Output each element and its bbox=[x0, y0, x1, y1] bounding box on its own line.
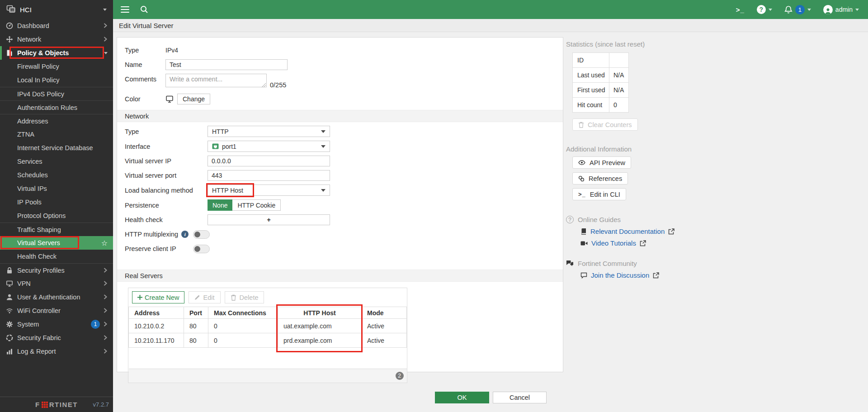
relevant-documentation-link[interactable]: Relevant Documentation bbox=[580, 227, 715, 235]
sidebar-item-local-in-policy[interactable]: Local In Policy bbox=[0, 73, 113, 87]
favorite-star-icon[interactable]: ☆ bbox=[101, 239, 108, 247]
trash-icon bbox=[231, 294, 236, 301]
persistence-http-cookie-option[interactable]: HTTP Cookie bbox=[232, 199, 281, 211]
create-new-button[interactable]: Create New bbox=[132, 291, 184, 303]
persistence-segmented-control: None HTTP Cookie bbox=[208, 199, 281, 211]
comments-input[interactable] bbox=[165, 74, 267, 87]
network-icon bbox=[5, 36, 13, 43]
help-icon: ? bbox=[757, 5, 766, 14]
sidebar-item-ipv4-dos-policy[interactable]: IPv4 DoS Policy bbox=[0, 87, 113, 100]
real-servers-section-header: Real Servers bbox=[117, 270, 563, 282]
vdom-selector[interactable]: HCI bbox=[0, 0, 113, 19]
sidebar-item-health-check[interactable]: Health Check bbox=[0, 250, 113, 263]
chevron-right-icon bbox=[104, 307, 108, 314]
sidebar-item-wifi-controller[interactable]: WiFi Controller bbox=[0, 304, 113, 317]
video-tutorials-link[interactable]: Video Tutorials bbox=[580, 239, 715, 247]
sidebar-item-services[interactable]: Services bbox=[0, 155, 113, 168]
sidebar-item-authentication-rules[interactable]: Authentication Rules bbox=[0, 100, 113, 114]
notifications-menu[interactable]: 1 bbox=[784, 5, 811, 14]
table-row[interactable]: 10.210.0.2 80 0 uat.example.com Active bbox=[129, 319, 407, 333]
load-balancing-method-select[interactable]: HTTP Host bbox=[208, 185, 330, 196]
name-input[interactable] bbox=[165, 59, 288, 70]
http-multiplexing-label: HTTP multiplexing bbox=[125, 231, 178, 238]
resize-grip-icon[interactable] bbox=[262, 83, 266, 87]
external-link-icon bbox=[668, 228, 675, 235]
table-row[interactable]: 10.210.11.170 80 0 prd.example.com Activ… bbox=[129, 333, 407, 348]
sidebar-item-traffic-shaping[interactable]: Traffic Shaping bbox=[0, 223, 113, 236]
sidebar-item-virtual-servers[interactable]: Virtual Servers ☆ bbox=[0, 236, 113, 250]
interface-select[interactable]: port1 bbox=[208, 141, 330, 152]
persistence-none-option[interactable]: None bbox=[208, 199, 232, 211]
help-menu[interactable]: ? bbox=[757, 5, 772, 14]
menu-toggle-button[interactable] bbox=[121, 6, 129, 13]
sidebar-item-network[interactable]: Network bbox=[0, 33, 113, 46]
sidebar-nav: Dashboard Network Policy & Objects Firew… bbox=[0, 19, 113, 358]
http-multiplexing-toggle[interactable] bbox=[193, 230, 210, 239]
column-header-http-host[interactable]: HTTP Host bbox=[278, 307, 362, 319]
net-type-label: Type bbox=[125, 128, 208, 135]
stats-row: ID bbox=[573, 53, 629, 68]
edit-in-cli-button[interactable]: >_ Edit in CLI bbox=[572, 188, 626, 200]
chevron-right-icon bbox=[104, 22, 108, 29]
cli-console-button[interactable]: >_ bbox=[736, 6, 745, 14]
plus-icon: + bbox=[267, 216, 270, 223]
sidebar-item-security-fabric[interactable]: Security Fabric bbox=[0, 331, 113, 345]
sidebar-item-protocol-options[interactable]: Protocol Options bbox=[0, 209, 113, 223]
sidebar-item-ip-pools[interactable]: IP Pools bbox=[0, 195, 113, 209]
sidebar-item-schedules[interactable]: Schedules bbox=[0, 168, 113, 182]
ok-button[interactable]: OK bbox=[435, 392, 489, 403]
search-button[interactable] bbox=[140, 5, 148, 14]
edit-virtual-server-form: Type IPv4 Name Comments 0/255 Color Chan… bbox=[117, 37, 563, 372]
table-header-row: Address Port Max Connections HTTP Host M… bbox=[129, 307, 407, 319]
health-check-add-button[interactable]: + bbox=[208, 214, 330, 225]
clear-counters-button[interactable]: Clear Counters bbox=[572, 118, 638, 131]
edit-button[interactable]: Edit bbox=[189, 291, 221, 303]
sidebar-item-internet-service-database[interactable]: Internet Service Database bbox=[0, 141, 113, 155]
monitor-icon bbox=[5, 280, 13, 288]
cancel-button[interactable]: Cancel bbox=[493, 392, 547, 403]
sidebar-item-policy-objects[interactable]: Policy & Objects bbox=[0, 46, 113, 60]
net-type-select[interactable]: HTTP bbox=[208, 126, 330, 137]
api-preview-button[interactable]: API Preview bbox=[572, 156, 631, 169]
sidebar-item-dashboard[interactable]: Dashboard bbox=[0, 19, 113, 33]
chevron-down-icon bbox=[807, 9, 811, 11]
real-servers-toolbar: Create New Edit Delete bbox=[128, 288, 407, 307]
column-header-mode[interactable]: Mode bbox=[362, 307, 407, 319]
join-discussion-link[interactable]: Join the Discussion bbox=[580, 271, 715, 279]
fortinet-logo-o-grid bbox=[42, 402, 48, 408]
sidebar-item-log-report[interactable]: Log & Report bbox=[0, 345, 113, 358]
virtual-server-ip-input[interactable] bbox=[208, 156, 330, 166]
sidebar-item-user-authentication[interactable]: User & Authentication bbox=[0, 290, 113, 304]
cli-console-icon: >_ bbox=[578, 191, 586, 198]
type-label: Type bbox=[125, 47, 165, 54]
sidebar-item-ztna[interactable]: ZTNA bbox=[0, 128, 113, 141]
sidebar-item-firewall-policy[interactable]: Firewall Policy bbox=[0, 60, 113, 73]
notification-count-badge: 1 bbox=[795, 5, 805, 14]
color-change-button[interactable]: Change bbox=[177, 94, 210, 104]
stats-row: First used N/A bbox=[573, 83, 629, 98]
real-servers-table-container: Create New Edit Delete Address Port Max … bbox=[128, 288, 407, 383]
sidebar-item-system[interactable]: System 1 bbox=[0, 317, 113, 331]
sidebar-item-virtual-ips[interactable]: Virtual IPs bbox=[0, 182, 113, 195]
content-area: Type IPv4 Name Comments 0/255 Color Chan… bbox=[113, 32, 868, 412]
chat-bubbles-icon bbox=[566, 260, 574, 267]
column-header-address[interactable]: Address bbox=[129, 307, 184, 319]
references-button[interactable]: References bbox=[572, 172, 628, 185]
breadcrumb: Edit Virtual Server bbox=[113, 19, 868, 32]
video-camera-icon bbox=[580, 241, 588, 246]
interface-label: Interface bbox=[125, 143, 208, 150]
question-circle-icon: ? bbox=[566, 216, 574, 223]
preserve-client-ip-toggle[interactable] bbox=[193, 245, 210, 253]
virtual-server-port-input[interactable] bbox=[208, 170, 330, 181]
policy-objects-icon bbox=[5, 49, 13, 57]
sidebar-item-vpn[interactable]: VPN bbox=[0, 277, 113, 290]
sidebar-item-addresses[interactable]: Addresses bbox=[0, 114, 113, 128]
column-header-max-connections[interactable]: Max Connections bbox=[208, 307, 278, 319]
admin-menu[interactable]: admin bbox=[823, 5, 859, 14]
delete-button[interactable]: Delete bbox=[225, 291, 264, 303]
right-panel: Statistics (since last reset) ID Last us… bbox=[566, 32, 715, 279]
sidebar-item-security-profiles[interactable]: Security Profiles bbox=[0, 263, 113, 277]
chevron-right-icon bbox=[104, 348, 108, 355]
preserve-client-ip-label: Preserve client IP bbox=[125, 245, 176, 252]
column-header-port[interactable]: Port bbox=[184, 307, 208, 319]
